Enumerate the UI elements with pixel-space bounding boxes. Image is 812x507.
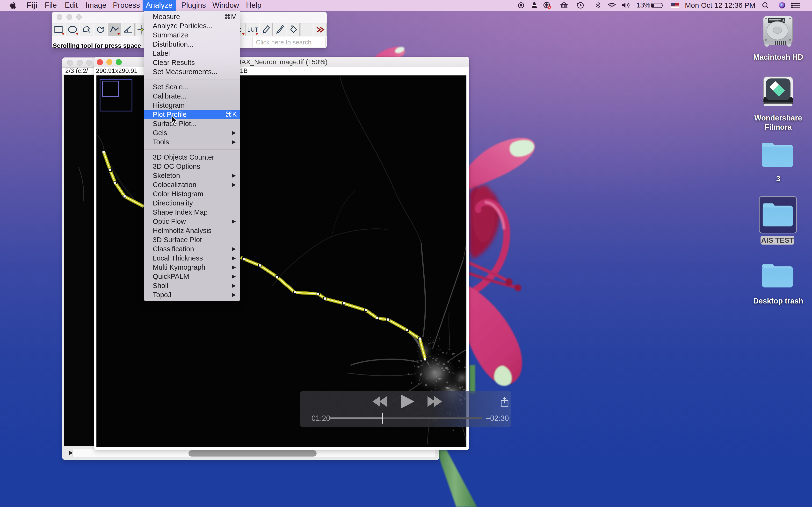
svg-text:Mon Oct 12 12:36 PM: Mon Oct 12 12:36 PM — [685, 1, 755, 9]
svg-text:LUT: LUT — [247, 26, 258, 33]
svg-text:13%: 13% — [636, 1, 650, 9]
